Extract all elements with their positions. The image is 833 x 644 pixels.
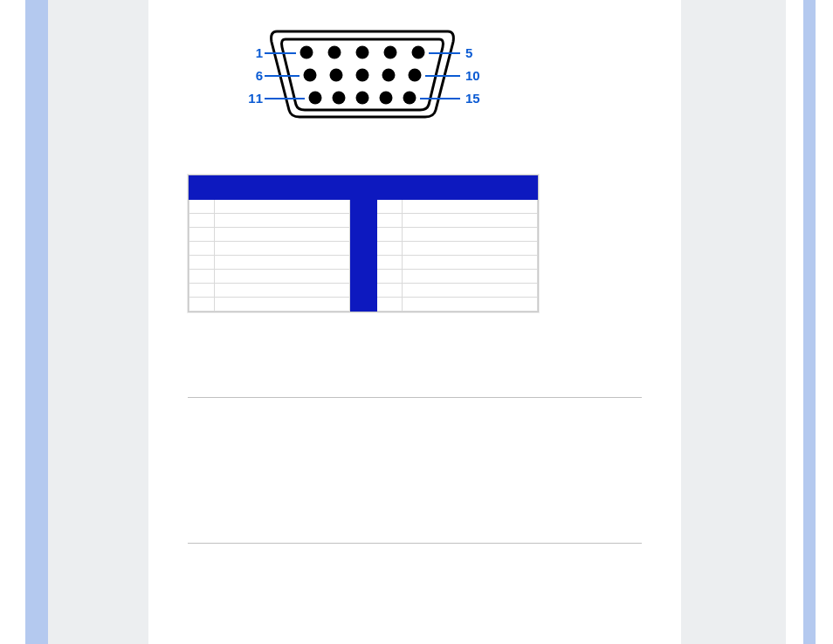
svg-point-10 [309, 92, 322, 105]
cell-pin-number [377, 284, 403, 298]
svg-point-13 [380, 92, 393, 105]
cell-signal-name [215, 298, 350, 312]
cell-gap [349, 284, 376, 298]
sidebar-left [48, 0, 148, 644]
leader-line [265, 98, 305, 99]
cell-signal-name [403, 242, 538, 256]
cell-signal-name [403, 270, 538, 284]
pin-label-5: 5 [465, 45, 472, 60]
cell-pin-number [189, 214, 215, 228]
svg-point-4 [412, 46, 425, 59]
table-header-row [189, 176, 538, 200]
cell-signal-name [403, 284, 538, 298]
stripe-right-outer [803, 0, 816, 644]
dsub-connector-icon [266, 26, 458, 122]
content-column: 1 6 11 5 10 15 [148, 0, 681, 644]
pin-label-10: 10 [465, 68, 480, 83]
cell-pin-number [189, 256, 215, 270]
leader-line [420, 98, 460, 99]
svg-point-2 [356, 46, 369, 59]
pin-label-1: 1 [252, 45, 263, 60]
col-pin-number [189, 176, 215, 200]
cell-pin-number [189, 200, 215, 214]
section-divider [188, 543, 642, 544]
svg-point-0 [300, 46, 313, 59]
col-pin-number [377, 176, 403, 200]
table-row [189, 270, 538, 284]
cell-signal-name [215, 256, 350, 270]
svg-point-6 [330, 69, 343, 82]
cell-pin-number [189, 298, 215, 312]
leader-line [265, 52, 296, 54]
col-signal-name [403, 176, 538, 200]
sidebar-right [681, 0, 786, 644]
cell-signal-name [403, 214, 538, 228]
cell-pin-number [377, 200, 403, 214]
cell-signal-name [215, 228, 350, 242]
pin-assignment-table [188, 175, 539, 312]
stripe-left-outer [25, 0, 48, 644]
leader-line [425, 75, 460, 77]
page: 1 6 11 5 10 15 [0, 0, 833, 644]
svg-point-1 [328, 46, 341, 59]
cell-gap [349, 200, 376, 214]
cell-pin-number [377, 228, 403, 242]
cell-signal-name [215, 200, 350, 214]
table-row [189, 284, 538, 298]
cell-pin-number [377, 242, 403, 256]
cell-signal-name [403, 298, 538, 312]
pin-label-6: 6 [252, 68, 263, 83]
leader-line [429, 52, 460, 54]
cell-signal-name [403, 256, 538, 270]
table-row [189, 298, 538, 312]
cell-signal-name [215, 284, 350, 298]
cell-gap [349, 228, 376, 242]
cell-signal-name [215, 242, 350, 256]
table-row [189, 200, 538, 214]
table-row [189, 242, 538, 256]
svg-point-8 [382, 69, 396, 82]
table-row [189, 256, 538, 270]
section-divider [188, 397, 642, 398]
cell-pin-number [377, 256, 403, 270]
cell-pin-number [189, 270, 215, 284]
svg-point-12 [356, 92, 369, 105]
cell-signal-name [403, 200, 538, 214]
col-gap [349, 176, 376, 200]
pin-label-11: 11 [245, 91, 263, 106]
cell-gap [349, 298, 376, 312]
cell-signal-name [215, 270, 350, 284]
cell-signal-name [403, 228, 538, 242]
cell-signal-name [215, 214, 350, 228]
cell-gap [349, 214, 376, 228]
connector-diagram: 1 6 11 5 10 15 [188, 26, 511, 131]
cell-pin-number [189, 228, 215, 242]
svg-point-9 [409, 69, 422, 82]
cell-pin-number [377, 298, 403, 312]
svg-point-11 [333, 92, 346, 105]
cell-gap [349, 242, 376, 256]
col-signal-name [215, 176, 350, 200]
leader-line [265, 75, 299, 77]
table-row [189, 214, 538, 228]
svg-point-14 [403, 92, 416, 105]
svg-point-7 [356, 69, 369, 82]
cell-pin-number [377, 270, 403, 284]
pin-label-15: 15 [465, 91, 480, 106]
cell-pin-number [189, 242, 215, 256]
gap-right [786, 0, 803, 644]
cell-gap [349, 270, 376, 284]
cell-gap [349, 256, 376, 270]
cell-pin-number [377, 214, 403, 228]
svg-point-3 [384, 46, 397, 59]
cell-pin-number [189, 284, 215, 298]
table-row [189, 228, 538, 242]
svg-point-5 [304, 69, 317, 82]
